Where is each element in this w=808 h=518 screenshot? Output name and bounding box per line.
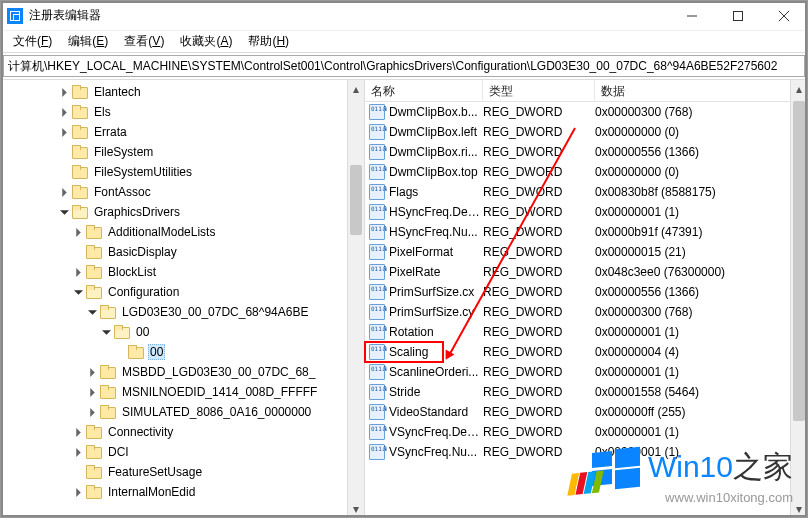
value-row[interactable]: ScanlineOrderi...REG_DWORD0x00000001 (1)	[365, 362, 807, 382]
dword-icon	[369, 144, 385, 160]
scroll-thumb[interactable]	[350, 165, 362, 235]
collapse-icon[interactable]	[57, 205, 71, 219]
value-row[interactable]: PrimSurfSize.cxREG_DWORD0x00000556 (1366…	[365, 282, 807, 302]
dword-icon	[369, 344, 385, 360]
value-row[interactable]: DwmClipBox.topREG_DWORD0x00000000 (0)	[365, 162, 807, 182]
collapse-icon[interactable]	[85, 305, 99, 319]
folder-icon	[86, 245, 102, 259]
value-type: REG_DWORD	[483, 405, 595, 419]
maximize-button[interactable]	[715, 1, 761, 31]
value-row[interactable]: StrideREG_DWORD0x00001558 (5464)	[365, 382, 807, 402]
tree-item[interactable]: DCI	[1, 442, 364, 462]
tree-item[interactable]: MSBDD_LGD03E30_00_07DC_68_	[1, 362, 364, 382]
tree-item[interactable]: FeatureSetUsage	[1, 462, 364, 482]
expand-icon[interactable]	[71, 485, 85, 499]
expand-icon[interactable]	[71, 265, 85, 279]
minimize-button[interactable]	[669, 1, 715, 31]
value-row[interactable]: VideoStandardREG_DWORD0x000000ff (255)	[365, 402, 807, 422]
value-name: DwmClipBox.b...	[389, 105, 483, 119]
tree-item[interactable]: 00	[1, 322, 364, 342]
value-type: REG_DWORD	[483, 145, 595, 159]
value-row[interactable]: DwmClipBox.b...REG_DWORD0x00000300 (768)	[365, 102, 807, 122]
tree-item[interactable]: Els	[1, 102, 364, 122]
tree-item[interactable]: Errata	[1, 122, 364, 142]
expand-icon[interactable]	[57, 185, 71, 199]
value-data: 0x00000001 (1)	[595, 365, 807, 379]
tree-item[interactable]: 00	[1, 342, 364, 362]
tree-item[interactable]: AdditionalModeLists	[1, 222, 364, 242]
value-row[interactable]: HSyncFreq.Nu...REG_DWORD0x0000b91f (4739…	[365, 222, 807, 242]
value-row[interactable]: PixelFormatREG_DWORD0x00000015 (21)	[365, 242, 807, 262]
svg-rect-0	[734, 11, 743, 20]
value-data: 0x00000004 (4)	[595, 345, 807, 359]
collapse-icon[interactable]	[99, 325, 113, 339]
expand-icon[interactable]	[57, 125, 71, 139]
value-type: REG_DWORD	[483, 425, 595, 439]
value-row[interactable]: DwmClipBox.ri...REG_DWORD0x00000556 (136…	[365, 142, 807, 162]
menu-favorites[interactable]: 收藏夹(A)	[174, 31, 238, 52]
value-row[interactable]: VSyncFreq.Nu...REG_DWORD0x00000001 (1)	[365, 442, 807, 462]
column-data[interactable]: 数据	[595, 80, 807, 101]
value-data: 0x00830b8f (8588175)	[595, 185, 807, 199]
tree-item[interactable]: FileSystem	[1, 142, 364, 162]
value-row[interactable]: PixelRateREG_DWORD0x048c3ee0 (76300000)	[365, 262, 807, 282]
scroll-thumb[interactable]	[793, 101, 805, 421]
tree-scrollbar[interactable]: ▴ ▾	[347, 80, 364, 517]
tree-item[interactable]: Elantech	[1, 82, 364, 102]
list-scrollbar[interactable]: ▴ ▾	[790, 80, 807, 517]
folder-icon	[72, 165, 88, 179]
menu-file[interactable]: 文件(F)	[7, 31, 58, 52]
value-row[interactable]: RotationREG_DWORD0x00000001 (1)	[365, 322, 807, 342]
value-type: REG_DWORD	[483, 205, 595, 219]
tree-item[interactable]: GraphicsDrivers	[1, 202, 364, 222]
no-expander	[71, 245, 85, 259]
value-row[interactable]: ScalingREG_DWORD0x00000004 (4)	[365, 342, 807, 362]
tree-item[interactable]: BlockList	[1, 262, 364, 282]
expand-icon[interactable]	[71, 445, 85, 459]
menu-edit[interactable]: 编辑(E)	[62, 31, 114, 52]
menu-help[interactable]: 帮助(H)	[242, 31, 295, 52]
tree-item[interactable]: FileSystemUtilities	[1, 162, 364, 182]
value-row[interactable]: HSyncFreq.Den...REG_DWORD0x00000001 (1)	[365, 202, 807, 222]
folder-icon	[128, 345, 144, 359]
expand-icon[interactable]	[85, 365, 99, 379]
tree-item[interactable]: InternalMonEdid	[1, 482, 364, 502]
expand-icon[interactable]	[71, 425, 85, 439]
scroll-down-button[interactable]: ▾	[791, 500, 807, 517]
value-row[interactable]: PrimSurfSize.cyREG_DWORD0x00000300 (768)	[365, 302, 807, 322]
tree-item[interactable]: Configuration	[1, 282, 364, 302]
scroll-up-button[interactable]: ▴	[348, 80, 364, 97]
tree-item[interactable]: BasicDisplay	[1, 242, 364, 262]
no-expander	[113, 345, 127, 359]
expand-icon[interactable]	[57, 105, 71, 119]
value-row[interactable]: FlagsREG_DWORD0x00830b8f (8588175)	[365, 182, 807, 202]
tree-view[interactable]: ElantechElsErrataFileSystemFileSystemUti…	[1, 80, 364, 517]
value-row[interactable]: DwmClipBox.leftREG_DWORD0x00000000 (0)	[365, 122, 807, 142]
expand-icon[interactable]	[71, 225, 85, 239]
tree-item-label: BasicDisplay	[106, 244, 179, 260]
tree-item[interactable]: LGD03E30_00_07DC_68^94A6BE	[1, 302, 364, 322]
value-type: REG_DWORD	[483, 305, 595, 319]
list-rows[interactable]: DwmClipBox.b...REG_DWORD0x00000300 (768)…	[365, 102, 807, 462]
tree-item[interactable]: Connectivity	[1, 422, 364, 442]
tree-item-label: FileSystemUtilities	[92, 164, 194, 180]
value-row[interactable]: VSyncFreq.Den...REG_DWORD0x00000001 (1)	[365, 422, 807, 442]
column-name[interactable]: 名称	[365, 80, 483, 101]
value-name: VideoStandard	[389, 405, 483, 419]
folder-icon	[86, 445, 102, 459]
value-name: DwmClipBox.ri...	[389, 145, 483, 159]
tree-item[interactable]: MSNILNOEDID_1414_008D_FFFFF	[1, 382, 364, 402]
collapse-icon[interactable]	[71, 285, 85, 299]
menu-view[interactable]: 查看(V)	[118, 31, 170, 52]
expand-icon[interactable]	[85, 405, 99, 419]
column-type[interactable]: 类型	[483, 80, 595, 101]
tree-item[interactable]: FontAssoc	[1, 182, 364, 202]
tree-item[interactable]: SIMULATED_8086_0A16_0000000	[1, 402, 364, 422]
close-button[interactable]	[761, 1, 807, 31]
address-bar[interactable]: 计算机\HKEY_LOCAL_MACHINE\SYSTEM\ControlSet…	[3, 55, 805, 77]
scroll-up-button[interactable]: ▴	[791, 80, 807, 97]
value-type: REG_DWORD	[483, 165, 595, 179]
expand-icon[interactable]	[85, 385, 99, 399]
expand-icon[interactable]	[57, 85, 71, 99]
scroll-down-button[interactable]: ▾	[348, 500, 364, 517]
